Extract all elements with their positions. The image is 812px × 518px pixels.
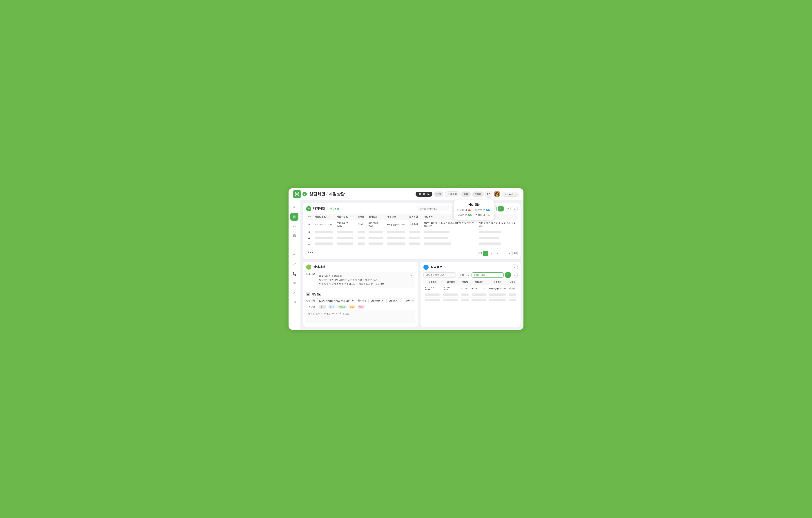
auto-tag-delivery[interactable]: 배송 (357, 305, 365, 309)
table-row[interactable]: 23 (306, 229, 518, 235)
subject-select[interactable]: [CNAI 자사몰] 이메일 문의 답변 (317, 298, 355, 303)
page-dots-btn[interactable]: ... (501, 251, 506, 256)
per-page-selector[interactable]: 5 ▲▼ (306, 250, 315, 254)
info-col-customer: 고객명 (460, 279, 470, 285)
table-row[interactable]: 24 2023-04-27 10:41 2023-04-27 09:23 김고객… (306, 220, 518, 229)
info-table-row[interactable] (424, 292, 518, 297)
waiting-mail-title: 대기메일 (313, 207, 325, 211)
refresh-button[interactable]: ↺ (505, 206, 511, 212)
sidebar: ≡ ⊞ ⚙ ☎ ☰ ✏ 🛡 📞 ✉ ✓ 🖥 (289, 200, 300, 330)
mail-stat-completed: 상담완료 54 (457, 213, 472, 217)
auto-tag-greeting[interactable]: 인사 (319, 305, 326, 309)
page-2-btn[interactable]: 2 (489, 251, 494, 256)
info-col-assign-date: 배분일자 (442, 279, 460, 285)
inquiry-label: 문의내용 (306, 272, 315, 276)
consult-save-title: 상담저장 (313, 265, 325, 269)
svg-line-4 (295, 193, 296, 194)
notification-icon[interactable] (485, 190, 492, 197)
info-table-row[interactable] (424, 297, 518, 303)
sidebar-item-headset[interactable]: ☎ (290, 232, 298, 240)
consult-save-icon: ✏ (306, 265, 311, 270)
info-search-input[interactable] (471, 272, 504, 277)
consult-save-header: ✏ 상담저장 (306, 265, 415, 270)
moon-icon: 🌙 (514, 193, 517, 195)
logo (293, 190, 301, 198)
mail-stat-distributed: 배분완료 54 (475, 208, 490, 212)
bottom-panels: ✏ 상담저장 문의내용 재봉 상태가 불량입니다. 밑단이 다 풀려어서 교환하… (303, 262, 521, 327)
page-3-btn[interactable]: 3 (495, 251, 500, 256)
info-col-email: 메일주소 (488, 279, 507, 285)
svg-point-1 (296, 193, 298, 195)
next-page-btn[interactable]: 다음 (513, 251, 518, 256)
info-col-agent: 상담하 (507, 279, 518, 285)
date-picker[interactable] (417, 206, 449, 211)
inquiry-type-label: 문의유형 (358, 298, 367, 302)
inquiry-type-select-2[interactable]: 교환문의 (386, 298, 402, 303)
consult-info-title: 상담정보 (430, 265, 442, 269)
mail-popup-title: 메일 현황 (457, 203, 490, 206)
table-row[interactable]: 21 (306, 241, 518, 247)
consult-info-panel: ℹ 상담정보 ∧ 전체 🔍 ⇔ (420, 262, 521, 327)
info-search-btn[interactable]: 🔍 (505, 272, 511, 278)
inquiry-add-btn[interactable]: + (409, 273, 413, 278)
sidebar-item-mail[interactable]: ✉ (290, 279, 298, 287)
info-date-picker[interactable] (424, 272, 456, 277)
sidebar-item-check[interactable]: ✓ (290, 289, 298, 297)
sidebar-item-edit[interactable]: ✏ (290, 251, 298, 259)
sidebar-item-monitor[interactable]: 🖥 (290, 299, 298, 306)
info-col-phone: 전화번호 (470, 279, 488, 285)
table-row[interactable]: 22 (306, 235, 518, 241)
sidebar-item-grid[interactable]: ⊞ (290, 213, 298, 221)
svg-line-7 (295, 194, 296, 195)
svg-line-5 (298, 194, 299, 195)
sidebar-item-list[interactable]: ☰ (290, 241, 298, 249)
sidebar-item-phone[interactable]: 📞 (290, 270, 298, 278)
status-post-btn[interactable]: ✏ 후처리 (445, 191, 459, 197)
mail-stat-returned: 반송메일 16 (475, 213, 490, 217)
sidebar-item-user-settings[interactable]: ⚙ (290, 222, 298, 230)
col-no: No (306, 214, 313, 220)
auto-reply-label: 자동답변： (306, 305, 317, 308)
nav-arrow[interactable]: ▶ (302, 192, 307, 196)
status-break-btn[interactable]: 이석 (461, 191, 471, 197)
auto-tag-payment[interactable]: 결제 (328, 305, 336, 309)
subject-row: 상담제목 [CNAI 자사몰] 이메일 문의 답변 문의유형 교환/반품 교환문… (306, 298, 415, 303)
status-waiting-btn2[interactable]: 대기 (434, 191, 443, 197)
sidebar-item-shield[interactable]: 🛡 (290, 260, 298, 268)
content-textarea[interactable] (306, 310, 415, 323)
auto-reply-row: 자동답변： 인사 결제 적립금 반품 배송 (306, 305, 415, 309)
auto-tag-return[interactable]: 반품 (348, 305, 356, 309)
col-customer: 고객명 (356, 214, 367, 220)
avatar[interactable]: 👩 (494, 191, 500, 197)
info-chevron-btn[interactable]: ∧ (512, 265, 518, 270)
col-phone: 전화번호 (367, 214, 385, 220)
inquiry-type-select-1[interactable]: 교환/반품 (368, 298, 385, 303)
info-filter-select[interactable]: 전체 (457, 272, 470, 278)
info-table-row[interactable]: 2023-04-27 11:23 2023-04-27 10:41 김고객 01… (424, 285, 518, 292)
info-filter-row: 전체 🔍 ⇔ (424, 272, 518, 278)
svg-point-9 (489, 193, 490, 194)
mail-reply-icon: ▦ (306, 293, 310, 297)
mail-popup: 메일 현황 대기메일 47 배분완료 54 상담완료 54 (454, 200, 494, 220)
total-count-label: 총 24 건 (330, 207, 339, 210)
info-expand-btn[interactable]: ⇔ (512, 272, 518, 278)
sidebar-item-layers[interactable]: ≡ (290, 203, 298, 211)
prev-page-btn[interactable]: 이전 (477, 251, 482, 256)
page-1-btn[interactable]: 1 (483, 251, 488, 256)
consult-info-table: 상담일자 배분일자 고객명 전화번호 메일주소 상담하 (424, 279, 518, 303)
col-assign-date: 배분받은 일자 (313, 214, 335, 220)
page-title: 상담화면 / 메일상담 (309, 191, 415, 197)
consult-save-panel: ✏ 상담저장 문의내용 재봉 상태가 불량입니다. 밑단이 다 풀려어서 교환하… (303, 262, 418, 327)
status-call-btn[interactable]: 호상태 (472, 191, 484, 197)
col-inquiry-type: 문의유형 (407, 214, 422, 220)
waiting-mail-icon: ✉ (306, 206, 311, 211)
info-col-consult-date: 상담일자 (424, 279, 442, 285)
inquiry-type-select-3[interactable]: 선택 (404, 298, 415, 303)
chevron-up-button[interactable]: ∧ (512, 206, 518, 212)
auto-tag-points[interactable]: 적립금 (337, 305, 347, 309)
search-button[interactable]: 🔍 (498, 206, 504, 212)
consult-info-header: ℹ 상담정보 ∧ (424, 265, 518, 270)
theme-toggle[interactable]: ☀ Light 🌙 (502, 192, 519, 196)
page-6-btn[interactable]: 6 (506, 251, 512, 256)
mail-stat-waiting: 대기메일 47 (457, 208, 472, 212)
